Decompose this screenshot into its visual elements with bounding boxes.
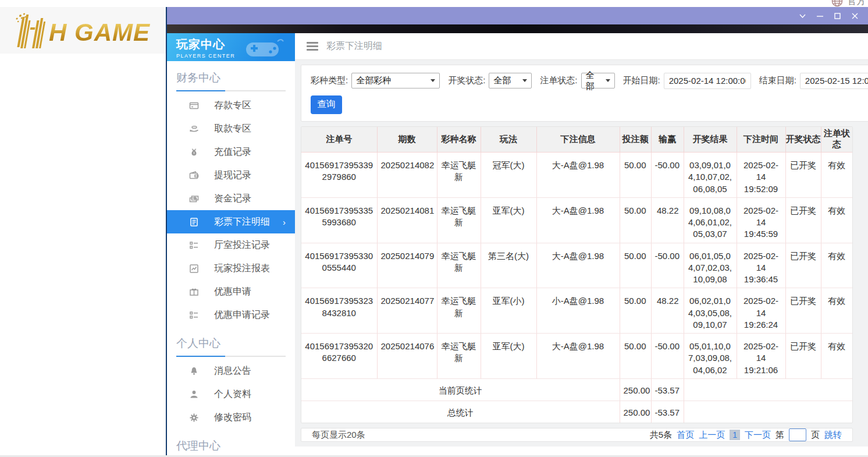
- sidebar-item-promo-apply[interactable]: 优惠申请: [167, 280, 295, 303]
- window-close-button[interactable]: [846, 9, 863, 22]
- coupon-icon: [189, 287, 199, 297]
- sidebar-item-notices[interactable]: 消息公告: [167, 359, 295, 382]
- app-window: 玩家中心 PLAYERS CENTER 财务中心: [166, 7, 868, 455]
- filter-panel: 彩种类型: 全部彩种 开奖状态: 全部 注单状态:: [301, 65, 868, 122]
- sidebar-item-lottery-bet-details[interactable]: 彩票下注明细 ›: [167, 210, 295, 233]
- col-bet-no: 注单号: [301, 127, 377, 153]
- first-page-link[interactable]: 首页: [677, 430, 694, 441]
- window-dropdown-button[interactable]: [794, 9, 811, 22]
- window-maximize-button[interactable]: [828, 9, 846, 22]
- cell-play: 第三名(大): [481, 243, 536, 288]
- bet-status-select[interactable]: 全部: [581, 73, 615, 88]
- sidebar-item-hall-bet-records[interactable]: 厅室投注记录: [167, 233, 295, 257]
- bet-status-label: 注单状态:: [540, 75, 577, 86]
- query-button[interactable]: 查询: [311, 95, 342, 114]
- cell-lottery: 幸运飞艇新: [437, 153, 481, 198]
- summary-winloss: -53.57: [651, 378, 684, 401]
- lottery-type-label: 彩种类型:: [311, 75, 348, 86]
- pagination-bar: 每页显示20条 共5条 首页 上一页 1 下一页 第 页 跳转: [301, 428, 853, 442]
- cell-time: 2025-02-14 19:52:09: [737, 153, 785, 198]
- cell-play: 亚军(大): [481, 334, 536, 379]
- summary-empty: [684, 401, 852, 423]
- draw-status-value: 全部: [493, 75, 511, 86]
- sidebar-item-funds-records[interactable]: 资金记录: [167, 187, 295, 210]
- window-minimize-button[interactable]: [811, 9, 828, 22]
- next-page-link[interactable]: 下一页: [745, 430, 771, 441]
- cell-winloss: -50.00: [651, 243, 684, 288]
- lottery-type-select[interactable]: 全部彩种: [351, 73, 440, 88]
- cell-period: 20250214082: [377, 153, 437, 198]
- cell-lottery: 幸运飞艇新: [437, 288, 481, 334]
- cell-result: 06,01,05,04,07,02,03,10,09,08: [684, 243, 737, 288]
- end-date-label: 结束日期:: [759, 75, 796, 86]
- bell-icon: [189, 366, 199, 376]
- document-icon: [189, 217, 199, 227]
- cell-amount: 50.00: [620, 288, 651, 334]
- withdraw-hand-icon: [189, 124, 199, 134]
- site-background-panel: H GAME: [0, 0, 166, 457]
- cell-bet-no: 401569173953206627660: [301, 334, 377, 379]
- main-topbar: 彩票下注明细: [295, 33, 868, 60]
- table-row: 401569173953355993680 20250214081 幸运飞艇新 …: [301, 197, 852, 243]
- section-rule: [176, 356, 286, 357]
- chevron-right-icon: ›: [283, 217, 286, 227]
- cell-bet-no: 401569173953355993680: [301, 197, 377, 243]
- jump-link[interactable]: 跳转: [824, 430, 842, 441]
- gamepad-icon: [241, 37, 287, 60]
- page-jump-input[interactable]: [789, 428, 806, 441]
- sidebar-section-agent: 代理中心: [167, 429, 295, 457]
- cell-play: 亚军(小): [481, 288, 536, 334]
- sidebar-item-label: 提现记录: [214, 169, 251, 182]
- cell-bet-info: 小-A盘@1.98: [536, 288, 620, 334]
- sidebar-item-label: 优惠申请: [214, 286, 251, 298]
- col-draw-status: 开奖状态: [785, 127, 821, 153]
- table-header-row: 注单号 期数 彩种名称 玩法 下注信息 投注额 输赢 开奖结果 下注时间 开: [301, 127, 852, 153]
- summary-row-current-page: 当前页统计 250.00 -53.57: [301, 378, 852, 401]
- cell-period: 20250214077: [377, 288, 437, 334]
- sidebar-item-promo-apply-records[interactable]: 优惠申请记录: [167, 303, 295, 327]
- lottery-type-value: 全部彩种: [356, 75, 391, 86]
- banner-strip: [167, 24, 868, 33]
- sidebar-item-label: 消息公告: [214, 365, 251, 377]
- col-period: 期数: [377, 127, 437, 153]
- sidebar-item-change-password[interactable]: 修改密码: [167, 406, 295, 429]
- prev-page-link[interactable]: 上一页: [699, 430, 725, 441]
- hamburger-menu-icon[interactable]: [307, 42, 318, 51]
- deposit-card-icon: [189, 101, 199, 111]
- sidebar: 玩家中心 PLAYERS CENTER 财务中心: [167, 33, 295, 447]
- cell-bet-status: 有效: [821, 334, 852, 379]
- cell-draw-status: 已开奖: [785, 288, 821, 334]
- col-bet-info: 下注信息: [536, 127, 620, 153]
- sidebar-item-deposit-zone[interactable]: 存款专区: [167, 94, 295, 117]
- cell-lottery: 幸运飞艇新: [437, 197, 481, 243]
- sidebar-item-withdraw-zone[interactable]: 取款专区: [167, 117, 295, 140]
- official-site-link[interactable]: 官方: [847, 0, 866, 8]
- col-amount: 投注额: [620, 127, 651, 153]
- cell-bet-no: 401569173953300555440: [301, 243, 377, 288]
- sidebar-item-profile[interactable]: 个人资料: [167, 382, 295, 406]
- bet-table-card: 注单号 期数 彩种名称 玩法 下注信息 投注额 输赢 开奖结果 下注时间 开: [301, 126, 853, 424]
- sidebar-item-player-bet-report[interactable]: 玩家投注报表: [167, 257, 295, 280]
- col-lottery: 彩种名称: [437, 127, 481, 153]
- draw-status-select[interactable]: 全部: [489, 73, 532, 88]
- cell-bet-status: 有效: [821, 243, 852, 288]
- list-icon: [189, 310, 199, 320]
- end-date-input[interactable]: [800, 73, 868, 89]
- cell-result: 06,02,01,04,03,05,08,09,10,07: [684, 288, 737, 334]
- cell-amount: 50.00: [620, 153, 651, 198]
- cell-draw-status: 已开奖: [785, 243, 821, 288]
- section-rule: [176, 90, 286, 91]
- draw-status-label: 开奖状态:: [448, 75, 485, 86]
- moneybag-icon: [189, 147, 199, 157]
- start-date-input[interactable]: [664, 73, 751, 89]
- table-row: 401569173953392979860 20250214082 幸运飞艇新 …: [301, 153, 852, 198]
- sidebar-item-withdrawal-records[interactable]: 提现记录: [167, 164, 295, 187]
- cell-play: 亚军(大): [481, 197, 536, 243]
- main-area: 彩票下注明细 彩种类型: 全部彩种 开奖状态:: [295, 33, 868, 447]
- wallet-icon: [189, 171, 199, 180]
- summary-label: 总统计: [301, 401, 620, 423]
- cell-period: 20250214081: [377, 197, 437, 243]
- total-count-text: 共5条: [650, 430, 672, 441]
- sidebar-item-recharge-records[interactable]: 充值记录: [167, 140, 295, 164]
- cell-bet-status: 有效: [821, 288, 852, 334]
